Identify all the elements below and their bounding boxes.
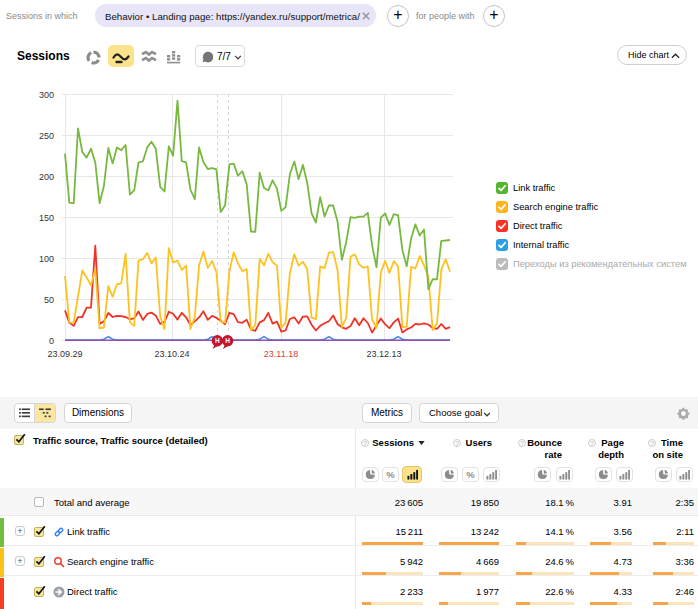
svg-text:150: 150 <box>39 213 54 223</box>
svg-text:H: H <box>215 337 220 344</box>
svg-text:23.12.13: 23.12.13 <box>366 349 401 359</box>
svg-text:50: 50 <box>44 295 54 305</box>
svg-text:300: 300 <box>39 90 54 100</box>
svg-text:23.09.29: 23.09.29 <box>47 349 82 359</box>
svg-text:23.11.18: 23.11.18 <box>264 349 298 359</box>
svg-text:23.10.24: 23.10.24 <box>154 349 189 359</box>
svg-text:100: 100 <box>39 254 54 264</box>
svg-text:250: 250 <box>39 131 54 141</box>
svg-text:200: 200 <box>39 172 54 182</box>
svg-text:0: 0 <box>49 336 54 346</box>
svg-text:H: H <box>225 337 230 344</box>
